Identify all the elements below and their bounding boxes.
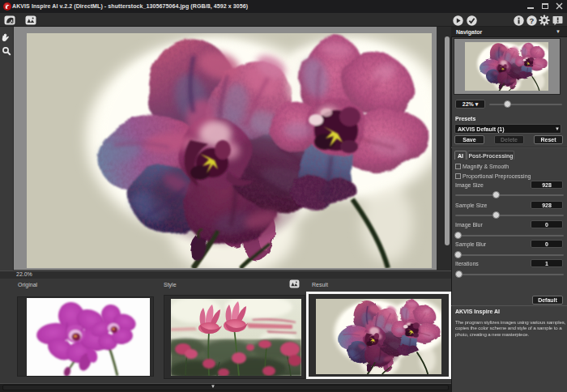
svg-text:?: ? <box>530 16 535 25</box>
